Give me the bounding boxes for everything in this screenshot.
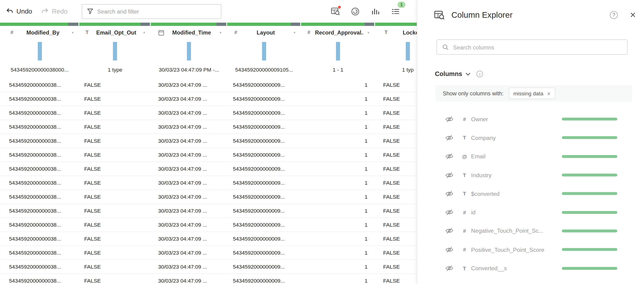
- table-row[interactable]: 5434592000000038...FALSE30/03/23 04:47:0…: [0, 260, 417, 274]
- table-cell[interactable]: FALSE: [79, 260, 151, 273]
- histogram-bar[interactable]: [262, 42, 266, 60]
- filter-chip[interactable]: missing data ×: [509, 88, 555, 99]
- column-quality-bar[interactable]: [0, 23, 78, 26]
- transform-button[interactable]: [350, 6, 360, 16]
- table-cell[interactable]: 1: [301, 274, 375, 284]
- table-cell[interactable]: FALSE: [375, 176, 417, 190]
- table-cell[interactable]: 5434592000000038...: [0, 120, 79, 133]
- column-quality-bar[interactable]: [227, 23, 300, 26]
- table-cell[interactable]: 5434592000000038...: [0, 260, 79, 273]
- info-icon[interactable]: i: [476, 71, 483, 77]
- table-cell[interactable]: 5434592000000038...: [0, 162, 79, 176]
- column-menu-caret-icon[interactable]: ▼: [367, 31, 370, 35]
- table-cell[interactable]: FALSE: [375, 232, 417, 245]
- panel-column-item[interactable]: # T @ Email: [417, 147, 644, 166]
- table-cell[interactable]: 30/03/23 04:47:09 ...: [151, 204, 227, 218]
- table-row[interactable]: 5434592000000038...FALSE30/03/23 04:47:0…: [0, 246, 417, 260]
- table-cell[interactable]: FALSE: [79, 232, 151, 245]
- table-cell[interactable]: 5434592000000038...: [0, 190, 79, 204]
- table-cell[interactable]: FALSE: [375, 246, 417, 259]
- table-cell[interactable]: FALSE: [79, 134, 151, 148]
- eye-off-icon[interactable]: [445, 265, 453, 271]
- panel-column-item[interactable]: # T @ Industry: [417, 166, 644, 184]
- table-cell[interactable]: 30/03/23 04:47:09 ...: [151, 274, 227, 284]
- panel-column-item[interactable]: # T @ Positive_Touch_Point_Score: [417, 240, 644, 259]
- table-cell[interactable]: 1: [301, 176, 375, 190]
- table-cell[interactable]: FALSE: [79, 162, 151, 176]
- table-cell[interactable]: 30/03/23 04:47:09 ...: [151, 232, 227, 245]
- table-cell[interactable]: 5434592000000038...: [0, 78, 79, 92]
- table-cell[interactable]: 5434592000000009...: [227, 148, 301, 162]
- column-header[interactable]: # T @ Layout ▼: [227, 26, 301, 39]
- table-cell[interactable]: FALSE: [375, 78, 417, 92]
- table-cell[interactable]: FALSE: [79, 148, 151, 162]
- table-cell[interactable]: 5434592000000038...: [0, 92, 79, 106]
- table-cell[interactable]: 30/03/23 04:47:09 ...: [151, 260, 227, 273]
- table-cell[interactable]: FALSE: [79, 274, 151, 284]
- histogram-bar[interactable]: [406, 42, 410, 60]
- table-cell[interactable]: FALSE: [79, 204, 151, 218]
- panel-column-item[interactable]: # T @ $converted: [417, 184, 644, 203]
- table-cell[interactable]: FALSE: [375, 92, 417, 106]
- column-header[interactable]: # T @ Record_Approval... ▼: [301, 26, 375, 39]
- table-cell[interactable]: 5434592000000009...: [227, 92, 301, 106]
- table-cell[interactable]: 30/03/23 04:47:09 ...: [151, 106, 227, 120]
- table-cell[interactable]: 5434592000000038...: [0, 134, 79, 148]
- table-row[interactable]: 5434592000000038...FALSE30/03/23 04:47:0…: [0, 106, 417, 120]
- search-columns-box[interactable]: [436, 39, 628, 55]
- table-cell[interactable]: FALSE: [79, 92, 151, 106]
- table-cell[interactable]: 30/03/23 04:47:09 ...: [151, 148, 227, 162]
- table-cell[interactable]: 1: [301, 232, 375, 245]
- table-row[interactable]: 5434592000000038...FALSE30/03/23 04:47:0…: [0, 274, 417, 284]
- search-columns-input[interactable]: [453, 44, 622, 50]
- table-cell[interactable]: FALSE: [375, 148, 417, 162]
- table-cell[interactable]: 1: [301, 190, 375, 204]
- chip-remove-icon[interactable]: ×: [547, 90, 550, 96]
- table-cell[interactable]: FALSE: [375, 190, 417, 204]
- help-icon[interactable]: ?: [610, 11, 618, 19]
- table-cell[interactable]: 1: [301, 260, 375, 273]
- panel-column-item[interactable]: # T @ Owner: [417, 110, 644, 128]
- table-cell[interactable]: 1: [301, 218, 375, 232]
- column-histogram[interactable]: [301, 39, 375, 63]
- table-cell[interactable]: 5434592000000009...: [227, 274, 301, 284]
- eye-off-icon[interactable]: [445, 209, 453, 215]
- eye-off-icon[interactable]: [445, 116, 453, 122]
- table-cell[interactable]: FALSE: [375, 162, 417, 176]
- table-cell[interactable]: 30/03/23 04:47:09 ...: [151, 246, 227, 259]
- table-row[interactable]: 5434592000000038...FALSE30/03/23 04:47:0…: [0, 148, 417, 162]
- table-cell[interactable]: 5434592000000009...: [227, 218, 301, 232]
- table-cell[interactable]: 1: [301, 162, 375, 176]
- column-quality-bar[interactable]: [151, 23, 226, 26]
- histogram-bar[interactable]: [38, 42, 42, 60]
- table-cell[interactable]: 30/03/23 04:47:09 ...: [151, 190, 227, 204]
- column-quality-bar[interactable]: [301, 23, 374, 26]
- table-cell[interactable]: FALSE: [79, 218, 151, 232]
- table-cell[interactable]: 5434592000000038...: [0, 232, 79, 245]
- table-cell[interactable]: 30/03/23 04:47:09 ...: [151, 218, 227, 232]
- eye-off-icon[interactable]: [445, 172, 453, 178]
- table-cell[interactable]: 30/03/23 04:47:09 ...: [151, 162, 227, 176]
- table-cell[interactable]: 5434592000000009...: [227, 204, 301, 218]
- column-quality-bar[interactable]: [79, 23, 150, 26]
- panel-column-item[interactable]: # T @ Company: [417, 128, 644, 147]
- chevron-down-icon[interactable]: [466, 73, 470, 75]
- table-cell[interactable]: 30/03/23 04:47:09 ...: [151, 176, 227, 190]
- table-cell[interactable]: FALSE: [375, 106, 417, 120]
- visualize-button[interactable]: [370, 6, 380, 16]
- table-cell[interactable]: 5434592000000038...: [0, 106, 79, 120]
- table-cell[interactable]: 5434592000000009...: [227, 246, 301, 259]
- table-cell[interactable]: 5434592000000009...: [227, 162, 301, 176]
- search-and-filter-box[interactable]: [82, 4, 221, 19]
- eye-off-icon[interactable]: [445, 134, 453, 141]
- search-and-filter-input[interactable]: [97, 8, 216, 15]
- table-cell[interactable]: 5434592000000009...: [227, 176, 301, 190]
- table-cell[interactable]: 5434592000000009...: [227, 120, 301, 133]
- table-cell[interactable]: 5434592000000009...: [227, 134, 301, 148]
- column-menu-caret-icon[interactable]: ▼: [71, 31, 74, 35]
- redo-button[interactable]: Redo: [41, 8, 68, 15]
- table-cell[interactable]: 1: [301, 134, 375, 148]
- table-cell[interactable]: 30/03/23 04:47:09 ...: [151, 92, 227, 106]
- table-cell[interactable]: FALSE: [79, 106, 151, 120]
- table-cell[interactable]: 1: [301, 148, 375, 162]
